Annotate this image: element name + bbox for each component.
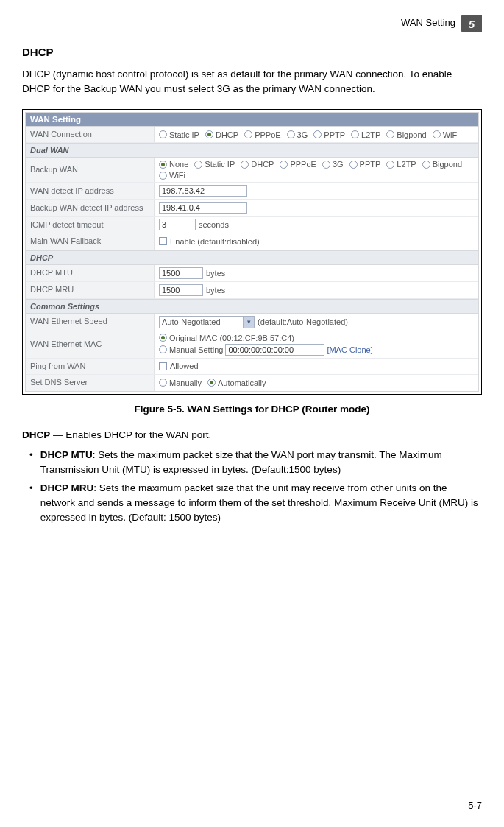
radio-option[interactable]: PPPoE bbox=[244, 130, 280, 139]
radio-icon bbox=[159, 334, 167, 342]
radio-option[interactable]: Static IP bbox=[194, 160, 235, 169]
label-dhcp-mtu: DHCP MTU bbox=[26, 265, 155, 281]
label-set-dns: Set DNS Server bbox=[26, 375, 155, 391]
radio-label: 3G bbox=[333, 160, 344, 169]
radio-icon bbox=[386, 130, 394, 138]
radio-option[interactable]: DHCP bbox=[241, 160, 274, 169]
radio-label: PPPoE bbox=[255, 130, 280, 139]
row-backup-wan: Backup WAN NoneStatic IPDHCPPPPoE3GPPTPL… bbox=[26, 158, 478, 183]
label-wan-eth-mac: WAN Ethernet MAC bbox=[26, 331, 155, 358]
radio-option[interactable]: PPPoE bbox=[280, 160, 316, 169]
wan-eth-speed-select[interactable]: Auto-Negotiated ▾ bbox=[159, 316, 255, 328]
radio-icon bbox=[159, 161, 167, 169]
radio-option[interactable]: WiFi bbox=[433, 130, 459, 139]
radio-option[interactable]: Automatically bbox=[207, 379, 266, 387]
dhcp-bold: DHCP bbox=[22, 429, 50, 440]
row-main-wan-fallback: Main WAN Fallback Enable (default:disabl… bbox=[26, 233, 478, 250]
panel-title: WAN Setting bbox=[26, 113, 478, 127]
ping-checkbox[interactable] bbox=[159, 362, 167, 370]
dhcp-rest: — Enables DHCP for the WAN port. bbox=[50, 429, 211, 440]
row-dhcp-mru: DHCP MRU bytes bbox=[26, 282, 478, 299]
radio-option[interactable]: Bigpond bbox=[422, 160, 462, 169]
dhcp-mru-input[interactable] bbox=[159, 284, 203, 296]
section-common: Common Settings bbox=[26, 299, 478, 314]
label-icmp-timeout: ICMP detect timeout bbox=[26, 217, 155, 233]
ping-text: Allowed bbox=[170, 362, 199, 370]
backup-detect-ip-input[interactable] bbox=[159, 202, 247, 214]
bullet-dhcp-mru: • DHCP MRU: Sets the maximum packet size… bbox=[22, 481, 482, 524]
mac-original-radio[interactable]: Original MAC (00:12:CF:9B:57:C4) bbox=[159, 334, 294, 342]
radio-icon bbox=[349, 161, 358, 169]
set-dns-options: ManuallyAutomatically bbox=[155, 375, 478, 391]
radio-icon bbox=[159, 379, 167, 387]
bullet-marker: • bbox=[29, 481, 33, 524]
radio-option[interactable]: 3G bbox=[287, 130, 308, 139]
radio-icon bbox=[159, 130, 167, 138]
fallback-checkbox[interactable] bbox=[159, 237, 167, 245]
row-icmp-timeout: ICMP detect timeout seconds bbox=[26, 217, 478, 233]
radio-option[interactable]: Manually bbox=[159, 379, 202, 387]
radio-label: PPPoE bbox=[290, 160, 316, 169]
radio-option[interactable]: Static IP bbox=[159, 130, 199, 139]
radio-option[interactable]: L2TP bbox=[386, 160, 416, 169]
radio-option[interactable]: L2TP bbox=[351, 130, 380, 139]
figure-caption: Figure 5-5. WAN Settings for DHCP (Route… bbox=[22, 404, 482, 415]
intro-paragraph: DHCP (dynamic host control protocol) is … bbox=[22, 67, 482, 96]
radio-option[interactable]: DHCP bbox=[205, 130, 238, 139]
row-set-dns: Set DNS Server ManuallyAutomatically bbox=[26, 375, 478, 391]
dhcp-mtu-input[interactable] bbox=[159, 267, 203, 279]
radio-option[interactable]: WiFi bbox=[159, 171, 185, 180]
label-backup-wan: Backup WAN bbox=[26, 158, 155, 182]
wan-eth-speed-value: Auto-Negotiated bbox=[162, 317, 221, 326]
page-header: WAN Setting 5 bbox=[22, 15, 482, 32]
section-dual-wan: Dual WAN bbox=[26, 143, 478, 158]
mac-manual-input[interactable] bbox=[225, 344, 324, 356]
radio-option[interactable]: None bbox=[159, 160, 188, 169]
icmp-timeout-unit: seconds bbox=[199, 220, 229, 229]
radio-icon bbox=[386, 161, 394, 169]
row-backup-detect-ip: Backup WAN detect IP address bbox=[26, 200, 478, 217]
radio-label: PPTP bbox=[360, 160, 381, 169]
radio-option[interactable]: PPTP bbox=[313, 130, 345, 139]
section-dhcp: DHCP bbox=[26, 250, 478, 265]
row-wan-eth-mac: WAN Ethernet MAC Original MAC (00:12:CF:… bbox=[26, 331, 478, 359]
label-dhcp-mru: DHCP MRU bbox=[26, 282, 155, 298]
wan-detect-ip-input[interactable] bbox=[159, 185, 247, 197]
radio-label: None bbox=[169, 160, 188, 169]
label-ping-from-wan: Ping from WAN bbox=[26, 359, 155, 374]
screenshot-frame: WAN Setting WAN Connection Static IPDHCP… bbox=[22, 109, 482, 395]
radio-icon bbox=[351, 130, 359, 138]
fallback-text: Enable (default:disabled) bbox=[170, 237, 260, 246]
page-number: 5-7 bbox=[468, 800, 482, 811]
mac-clone-link[interactable]: [MAC Clone] bbox=[327, 345, 372, 354]
mtu-bold: DHCP MTU bbox=[40, 449, 93, 460]
row-wan-eth-speed: WAN Ethernet Speed Auto-Negotiated ▾ (de… bbox=[26, 314, 478, 331]
mru-bold: DHCP MRU bbox=[40, 482, 94, 493]
radio-icon bbox=[205, 130, 213, 138]
chevron-down-icon: ▾ bbox=[243, 317, 254, 328]
radio-option[interactable]: 3G bbox=[322, 160, 344, 169]
bullet-marker: • bbox=[29, 448, 33, 476]
mac-manual-label: Manual Setting bbox=[169, 345, 223, 354]
radio-icon bbox=[322, 161, 330, 169]
dhcp-enables-paragraph: DHCP — Enables DHCP for the WAN port. bbox=[22, 428, 482, 443]
row-dhcp-mtu: DHCP MTU bytes bbox=[26, 265, 478, 282]
radio-label: Automatically bbox=[218, 379, 266, 387]
radio-label: Bigpond bbox=[433, 160, 462, 169]
radio-icon bbox=[280, 161, 288, 169]
radio-label: Bigpond bbox=[397, 130, 426, 139]
radio-icon bbox=[433, 130, 441, 138]
radio-icon bbox=[159, 172, 167, 180]
mac-manual-radio[interactable]: Manual Setting [MAC Clone] bbox=[159, 344, 373, 356]
radio-option[interactable]: Bigpond bbox=[386, 130, 426, 139]
radio-icon bbox=[194, 161, 202, 169]
radio-label: L2TP bbox=[397, 160, 416, 169]
radio-option[interactable]: PPTP bbox=[349, 160, 381, 169]
radio-icon bbox=[159, 345, 167, 353]
dhcp-mru-unit: bytes bbox=[206, 286, 225, 295]
icmp-timeout-input[interactable] bbox=[159, 219, 196, 230]
radio-label: PPTP bbox=[324, 130, 345, 139]
bullet-dhcp-mtu: • DHCP MTU: Sets the maximum packet size… bbox=[22, 448, 482, 476]
radio-label: WiFi bbox=[443, 130, 459, 139]
chapter-badge: 5 bbox=[461, 15, 482, 32]
